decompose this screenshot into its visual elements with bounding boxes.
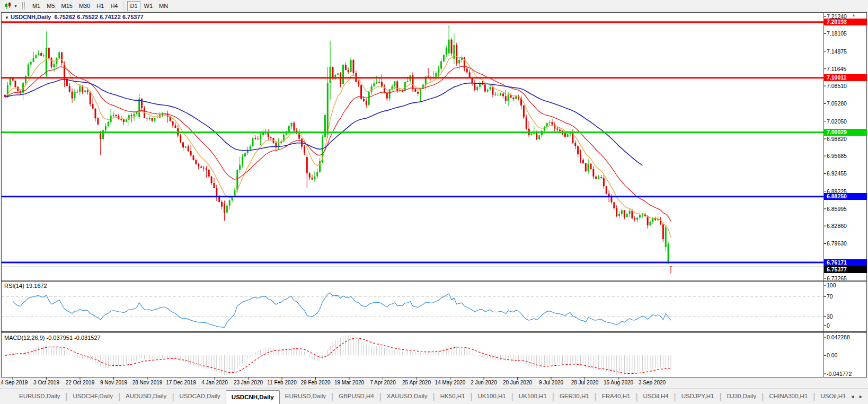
ohlc-values: 6.75262 6.75522 6.74122 6.75377 — [54, 14, 143, 20]
scroll-up-icon[interactable]: ▲ — [852, 13, 856, 17]
timeframe-button-w1[interactable]: W1 — [141, 1, 156, 11]
tab-usdchf-daily[interactable]: USDCHF,Daily — [67, 389, 118, 404]
timeframe-button-m30[interactable]: M30 — [76, 1, 93, 11]
price-tick-label: 6.79630 — [827, 240, 847, 247]
date-label: 25 Apr 2020 — [402, 380, 431, 385]
price-tick-label: 6.73265 — [827, 275, 847, 282]
rsi-value: 19.1672 — [26, 283, 47, 289]
tab-hk50-h1[interactable]: HK50,H1 — [435, 389, 471, 404]
price-tick-label: 6.98820 — [827, 136, 847, 142]
timeframe-buttons: M1M5M15M30H1H4D1W1MN — [29, 1, 171, 11]
timeframe-button-mn[interactable]: MN — [156, 1, 171, 11]
rsi-scale-label: 30 — [827, 313, 833, 320]
chevron-down-icon: ▼ — [14, 4, 17, 8]
date-label: 28 Nov 2019 — [132, 380, 163, 385]
timeframe-button-h4[interactable]: H4 — [108, 1, 120, 11]
tab-eurusd-daily[interactable]: EURUSD,Daily — [14, 389, 65, 404]
timeframe-button-m5[interactable]: M5 — [44, 1, 57, 11]
date-label: 28 Jul 2020 — [571, 380, 599, 385]
date-label: 15 Aug 2020 — [604, 380, 633, 385]
date-label: 2 Jun 2020 — [471, 380, 497, 385]
price-tag: 7.20193 — [824, 19, 867, 25]
tab-audusd-daily[interactable]: AUDUSD,Daily — [120, 389, 172, 404]
toolbar-grip[interactable] — [22, 2, 25, 10]
macd-scale-label: -0.041772 — [827, 371, 852, 377]
chart-title: ▼USDCNH,Daily 6.75262 6.75522 6.74122 6.… — [5, 14, 144, 20]
date-label: 17 Dec 2019 — [166, 380, 196, 385]
collapse-caret-icon[interactable]: ▼ — [5, 15, 9, 20]
price-tag: 6.75377 — [824, 266, 867, 273]
timeframe-button-m1[interactable]: M1 — [30, 1, 43, 11]
tab-usoil-h1[interactable]: USOil,H1 — [815, 389, 845, 404]
tab-usoil-h4[interactable]: USOil,H4 — [638, 389, 674, 404]
date-label: 3 Sep 2020 — [639, 380, 666, 385]
date-label: 9 Jul 2020 — [539, 380, 563, 385]
date-label: 19 Mar 2020 — [334, 380, 364, 385]
date-label: 11 Feb 2020 — [267, 380, 296, 385]
date-label: 23 Jan 2020 — [234, 380, 263, 385]
date-label: 3 Oct 2019 — [33, 380, 59, 385]
symbol-timeframe: USDCNH,Daily — [11, 14, 51, 20]
tab-gbpusd-h4[interactable]: GBPUSD,H4 — [333, 389, 379, 404]
price-tick-label: 7.08510 — [827, 83, 847, 89]
toolbar: ▼ M1M5M15M30H1H4D1W1MN — [0, 0, 868, 12]
date-label: 22 Oct 2019 — [66, 380, 94, 385]
price-tick-label: 7.02050 — [827, 118, 847, 125]
tab-scroll-right-icon[interactable]: ► — [858, 394, 863, 399]
candlestick-chart-icon — [4, 2, 12, 10]
symbol-tabs: EURUSD,Daily|USDCHF,Daily|AUDUSD,Daily|U… — [0, 389, 845, 404]
tab-fra40-h1[interactable]: FRA40,H1 — [597, 389, 636, 404]
date-label: 4 Jan 2020 — [201, 380, 228, 385]
rsi-scale-label: 100 — [827, 282, 836, 288]
toolbar-separator — [123, 2, 124, 11]
rsi-scale-label: 0 — [827, 322, 830, 329]
date-label: 29 Feb 2020 — [300, 380, 330, 385]
date-label: 14 May 2020 — [435, 380, 466, 385]
tab-xauusd-daily[interactable]: XAUUSD,Daily — [382, 389, 433, 404]
tab-eurusd-daily[interactable]: EURUSD,Daily — [280, 389, 331, 404]
mt4-window: ▼ M1M5M15M30H1H4D1W1MN ▼USDCNH,Daily 6.7… — [0, 0, 868, 404]
rsi-label: RSI(14) 19.1672 — [4, 283, 47, 289]
tab-uk100-h1[interactable]: UK100,H1 — [473, 389, 511, 404]
timeframe-button-h1[interactable]: H1 — [94, 1, 107, 11]
tab-ger30-h1[interactable]: GER30,H1 — [554, 389, 595, 404]
macd-scale-label: 0.042288 — [827, 334, 850, 340]
tab-dj30-daily[interactable]: DJ30,Daily — [722, 389, 762, 404]
macd-scale-label: 0.00 — [827, 352, 837, 358]
price-tag: 6.76171 — [824, 259, 867, 266]
macd-values: -0.037951 -0.031527 — [46, 335, 100, 341]
tab-usdcnh-daily[interactable]: USDCNH,Daily — [226, 390, 280, 404]
timeframe-button-m15[interactable]: M15 — [59, 1, 75, 11]
rsi-scale-label: 70 — [827, 293, 833, 300]
date-label: 7 Apr 2020 — [370, 380, 395, 385]
price-tick-label: 7.11645 — [827, 66, 846, 72]
price-tick-label: 6.85995 — [827, 206, 847, 212]
symbol-tab-bar: EURUSD,Daily|USDCHF,Daily|AUDUSD,Daily|U… — [0, 389, 868, 404]
tab-usdcad-daily[interactable]: USDCAD,Daily — [174, 389, 226, 404]
price-tick-label: 6.95685 — [827, 153, 847, 159]
timeframe-button-d1[interactable]: D1 — [127, 1, 140, 11]
tab-uk100-h1[interactable]: UK100,H1 — [513, 389, 552, 404]
price-tick-label: 7.05280 — [827, 100, 847, 107]
price-tag: 7.10011 — [824, 74, 867, 81]
chart-periods-button[interactable]: ▼ — [2, 2, 20, 10]
date-label: 9 Nov 2019 — [100, 380, 127, 385]
price-tick-label: 6.82860 — [827, 223, 847, 229]
date-label: 14 Sep 2019 — [0, 380, 28, 385]
tab-usdjpy-h1[interactable]: USDJPY,H1 — [676, 389, 720, 404]
price-tick-label: 6.92455 — [827, 170, 847, 177]
price-tag: 7.00029 — [824, 129, 867, 136]
tab-scroll-left-icon[interactable]: ◄ — [850, 394, 855, 399]
tab-china300-h1[interactable]: CHINA300,H1 — [764, 389, 813, 404]
macd-label: MACD(12,26,9) -0.037951 -0.031527 — [4, 335, 101, 341]
date-label: 20 Jun 2020 — [503, 380, 532, 385]
price-tick-label: 7.18105 — [827, 30, 847, 37]
price-tick-label: 7.14875 — [827, 48, 847, 55]
price-tag: 6.88250 — [824, 193, 867, 200]
chart-canvas[interactable] — [1, 12, 867, 377]
